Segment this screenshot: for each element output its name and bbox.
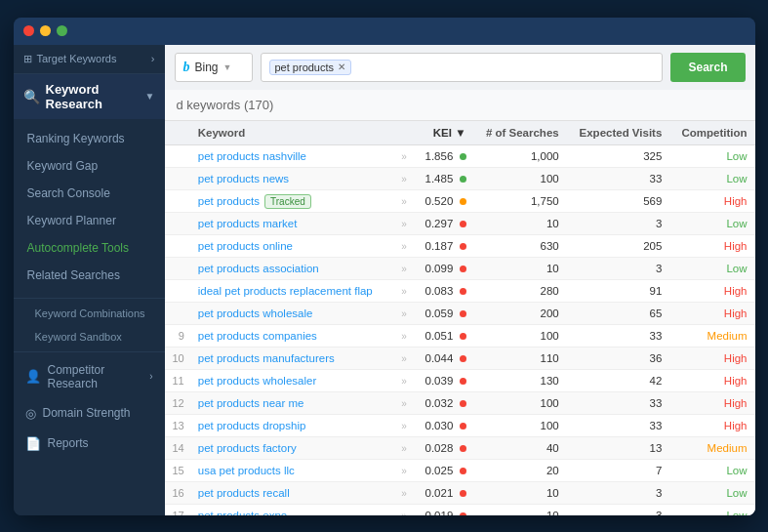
keyword-cell: pet productsTracked bbox=[190, 189, 389, 212]
keyword-link[interactable]: pet products nashville bbox=[198, 150, 306, 162]
arrows-cell[interactable]: » bbox=[389, 302, 415, 324]
target-chevron-icon: › bbox=[151, 53, 155, 64]
engine-label: Bing bbox=[195, 61, 219, 74]
arrows-cell[interactable]: » bbox=[389, 436, 415, 459]
table-row: pet products association » 0.099 10 3 Lo… bbox=[165, 257, 755, 279]
keyword-link[interactable]: pet products factory bbox=[198, 442, 297, 454]
table-row: pet products nashville » 1.856 1,000 325… bbox=[165, 144, 755, 167]
keyword-link[interactable]: pet products news bbox=[198, 173, 289, 184]
arrows-cell[interactable]: » bbox=[389, 369, 415, 391]
sidebar-item-related-searches[interactable]: Related Searches bbox=[14, 262, 165, 289]
maximize-dot[interactable] bbox=[57, 25, 67, 36]
domain-strength-label: Domain Strength bbox=[43, 406, 131, 420]
sidebar-item-keyword-combinations[interactable]: Keyword Combinations bbox=[14, 302, 165, 325]
person-icon: 👤 bbox=[25, 369, 41, 384]
keyword-link[interactable]: pet products wholesaler bbox=[198, 375, 316, 387]
arrows-cell[interactable]: » bbox=[389, 167, 415, 189]
arrow-icon: » bbox=[401, 488, 407, 499]
keyword-cell: ideal pet products replacement flap bbox=[190, 279, 389, 302]
sidebar-item-ranking-keywords[interactable]: Ranking Keywords bbox=[14, 125, 165, 152]
col-visits: Expected Visits bbox=[567, 121, 670, 145]
arrows-cell[interactable]: » bbox=[389, 347, 415, 369]
searches-cell: 200 bbox=[474, 302, 567, 324]
arrows-cell[interactable]: » bbox=[389, 324, 415, 347]
visits-cell: 36 bbox=[567, 347, 670, 369]
kei-value: 0.019 bbox=[425, 510, 454, 515]
kei-cell: 0.059 bbox=[415, 302, 474, 324]
kei-value: 1.856 bbox=[425, 150, 454, 162]
table-row: pet products wholesale » 0.059 200 65 Hi… bbox=[165, 302, 755, 324]
keyword-link[interactable]: pet products market bbox=[198, 218, 298, 229]
kei-value: 0.187 bbox=[425, 240, 454, 252]
arrows-cell[interactable]: » bbox=[389, 414, 415, 436]
kei-value: 0.099 bbox=[425, 263, 454, 274]
keyword-link[interactable]: pet products wholesale bbox=[198, 307, 313, 319]
searches-cell: 110 bbox=[474, 347, 567, 369]
keyword-link[interactable]: usa pet products llc bbox=[198, 465, 295, 476]
minimize-dot[interactable] bbox=[40, 25, 51, 36]
sidebar-item-domain-strength[interactable]: ◎ Domain Strength bbox=[14, 398, 165, 429]
table-scroll[interactable]: Keyword KEI ▼ # of Searches Expected Vis… bbox=[165, 121, 755, 515]
engine-select[interactable]: b Bing ▼ bbox=[175, 53, 253, 82]
table-row: 16 pet products recall » 0.021 10 3 Low bbox=[165, 481, 755, 504]
competition-cell: High bbox=[669, 279, 754, 302]
competition-cell: Low bbox=[669, 257, 754, 279]
keyword-cell: pet products nashville bbox=[190, 144, 389, 167]
keyword-link[interactable]: pet products manufacturers bbox=[198, 352, 335, 364]
arrows-cell[interactable]: » bbox=[389, 257, 415, 279]
kei-dot-icon bbox=[460, 378, 466, 385]
arrows-cell[interactable]: » bbox=[389, 144, 415, 167]
sidebar-item-reports[interactable]: 📄 Reports bbox=[14, 429, 165, 459]
keyword-link[interactable]: pet products association bbox=[198, 263, 319, 274]
keyword-gap-label: Keyword Gap bbox=[27, 159, 99, 173]
keyword-research-section[interactable]: 🔍 Keyword Research ▼ bbox=[14, 74, 165, 119]
keyword-link[interactable]: pet products companies bbox=[198, 330, 317, 342]
keyword-cell: pet products association bbox=[190, 257, 389, 279]
keyword-link[interactable]: ideal pet products replacement flap bbox=[198, 285, 373, 297]
arrows-cell[interactable]: » bbox=[389, 279, 415, 302]
arrows-cell[interactable]: » bbox=[389, 481, 415, 504]
search-button[interactable]: Search bbox=[670, 53, 745, 82]
target-keywords-item[interactable]: ⊞ Target Keywords › bbox=[14, 45, 165, 74]
arrows-cell[interactable]: » bbox=[389, 234, 415, 257]
keyword-combinations-label: Keyword Combinations bbox=[35, 307, 145, 319]
arrows-cell[interactable]: » bbox=[389, 212, 415, 234]
row-number bbox=[165, 189, 190, 212]
arrow-icon: » bbox=[401, 174, 407, 184]
col-kei[interactable]: KEI ▼ bbox=[415, 121, 474, 145]
keyword-link[interactable]: pet products recall bbox=[198, 487, 290, 499]
search-input-wrap[interactable]: pet products ✕ bbox=[261, 53, 664, 82]
sidebar-item-autocomplete[interactable]: Autocomplete Tools bbox=[14, 234, 165, 262]
sidebar-item-competitor-research[interactable]: 👤 Competitor Research › bbox=[14, 355, 165, 398]
app-window: ⊞ Target Keywords › 🔍 Keyword Research ▼… bbox=[14, 18, 755, 515]
searches-cell: 280 bbox=[474, 279, 567, 302]
related-searches-label: Related Searches bbox=[27, 268, 120, 282]
sidebar-item-keyword-gap[interactable]: Keyword Gap bbox=[14, 152, 165, 180]
col-searches: # of Searches bbox=[474, 121, 567, 145]
arrows-cell[interactable]: » bbox=[389, 504, 415, 515]
col-keyword: Keyword bbox=[190, 121, 389, 145]
sidebar-item-keyword-sandbox[interactable]: Keyword Sandbox bbox=[14, 325, 165, 348]
arrows-cell[interactable]: » bbox=[389, 189, 415, 212]
arrows-cell[interactable]: » bbox=[389, 459, 415, 481]
row-number: 11 bbox=[165, 369, 190, 391]
keyword-link[interactable]: pet products dropship bbox=[198, 420, 306, 431]
sidebar-item-keyword-planner[interactable]: Keyword Planner bbox=[14, 207, 165, 234]
sidebar-item-search-console[interactable]: Search Console bbox=[14, 180, 165, 207]
visits-cell: 3 bbox=[567, 212, 670, 234]
arrows-cell[interactable]: » bbox=[389, 391, 415, 414]
visits-cell: 91 bbox=[567, 279, 670, 302]
keyword-link[interactable]: pet products bbox=[198, 195, 260, 207]
close-icon[interactable]: ✕ bbox=[338, 61, 345, 72]
arrow-icon: » bbox=[401, 421, 407, 431]
titlebar bbox=[14, 18, 755, 45]
keyword-link[interactable]: pet products online bbox=[198, 240, 293, 252]
keyword-link[interactable]: pet products expo bbox=[198, 510, 287, 515]
kei-value: 0.028 bbox=[425, 442, 454, 454]
keyword-link[interactable]: pet products near me bbox=[198, 397, 304, 409]
arrow-icon: » bbox=[401, 151, 407, 162]
kei-cell: 0.019 bbox=[415, 504, 474, 515]
kei-value: 0.044 bbox=[425, 352, 454, 364]
competition-cell: High bbox=[669, 391, 754, 414]
close-dot[interactable] bbox=[23, 25, 34, 36]
